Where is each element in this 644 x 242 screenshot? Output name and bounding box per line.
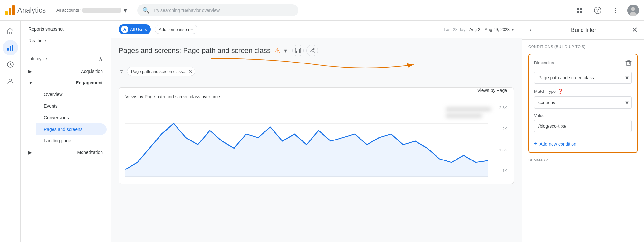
svg-point-7 (615, 10, 616, 11)
nav-actions: ? (573, 4, 639, 17)
title-dropdown-icon[interactable]: ▾ (284, 47, 287, 54)
views-by-page-label: Views by Page (477, 88, 507, 93)
value-label: Value (534, 113, 632, 118)
chart-title: Views by Page path and screen class over… (125, 94, 220, 99)
engagement-subsection-header[interactable]: ▼ Engagement (26, 77, 111, 89)
search-bar[interactable]: 🔍 Try searching "Behavior overview" (137, 4, 298, 16)
right-panel-nav: ← (528, 26, 535, 34)
right-panel-title: Build filter (571, 27, 596, 34)
match-type-help-icon[interactable]: ❓ (557, 88, 563, 94)
dimension-row: Dimension Page path and screen class (534, 60, 632, 84)
sidebar-item-pages-screens[interactable]: Pages and screens (36, 123, 107, 135)
more-options-btn[interactable] (609, 4, 622, 17)
monetization-text: Monetization (77, 150, 103, 155)
icon-sidebar (0, 21, 21, 242)
svg-rect-0 (577, 8, 579, 10)
chart-y-labels: 2.5K 2K 1.5K 1K (491, 106, 507, 177)
content-body: Pages and screens: Page path and screen … (111, 38, 522, 242)
filter-icon (119, 68, 124, 75)
sidebar-realtime-btn[interactable] (3, 57, 18, 72)
filter-chip-close-icon[interactable]: ✕ (188, 68, 192, 74)
value-input[interactable] (534, 120, 632, 132)
acquisition-label: ▶ (28, 69, 32, 74)
right-panel: ← Build filter ✕ CONDITIONS (BUILD UP TO… (522, 21, 644, 242)
realtime-label: Realtime (28, 38, 46, 43)
match-type-select[interactable]: contains exactly matches begins with end… (534, 96, 632, 109)
right-panel-back-icon[interactable]: ← (528, 26, 535, 34)
svg-line-24 (311, 49, 313, 50)
acquisition-subsection-header[interactable]: ▶ Acquisition (26, 65, 111, 77)
sidebar-item-overview[interactable]: Overview (36, 89, 111, 100)
right-panel-close-icon[interactable]: ✕ (632, 26, 638, 34)
add-comparison-btn[interactable]: Add comparison + (155, 25, 197, 34)
dimension-label: Dimension (534, 60, 554, 65)
share-icon-btn[interactable] (306, 45, 318, 56)
svg-rect-3 (580, 11, 582, 13)
lifecycle-section-header[interactable]: Life cycle ∧ (21, 52, 111, 65)
svg-rect-13 (10, 46, 11, 51)
svg-rect-18 (296, 51, 297, 53)
grid-icon-btn[interactable] (573, 4, 586, 17)
svg-point-16 (9, 79, 12, 82)
sidebar-audience-btn[interactable] (3, 73, 18, 89)
svg-text:?: ? (596, 8, 599, 13)
sidebar-item-realtime[interactable]: Realtime (21, 35, 111, 46)
svg-point-8 (615, 12, 616, 13)
add-condition-plus-icon: + (534, 140, 538, 147)
search-icon: 🔍 (142, 7, 149, 14)
chart-svg (125, 106, 488, 177)
match-type-row: Match Type ❓ contains exactly matches be… (534, 88, 632, 109)
all-users-pill[interactable]: A All Users (119, 24, 151, 34)
condition-box: Dimension Page path and screen class (528, 54, 638, 153)
sidebar-reports-btn[interactable] (3, 40, 18, 55)
account-name-blurred (82, 8, 121, 13)
svg-point-21 (313, 48, 314, 50)
summary-label: SUMMARY (528, 158, 638, 162)
right-panel-body: CONDITIONS (BUILD UP TO 5) Dimension (522, 40, 644, 242)
content-header: A All Users Add comparison + Last 28 day… (111, 21, 522, 38)
help-icon-btn[interactable]: ? (591, 4, 604, 17)
user-avatar[interactable] (627, 5, 639, 16)
match-type-text: Match Type (534, 89, 556, 94)
sidebar-item-landing-page[interactable]: Landing page (36, 135, 111, 147)
logo-bar-3 (12, 5, 15, 15)
landing-page-label: Landing page (44, 138, 71, 143)
value-row: Value (534, 113, 632, 132)
logo-bar-2 (9, 8, 11, 15)
pages-screens-label: Pages and screens (44, 127, 82, 132)
events-label: Events (44, 103, 58, 109)
dimension-select-wrapper: Page path and screen class Page title Sc… (534, 72, 632, 84)
chart-icon-btn[interactable] (292, 45, 304, 56)
add-new-condition-btn[interactable]: + Add new condition (534, 137, 632, 147)
svg-point-23 (313, 52, 314, 53)
svg-rect-32 (626, 61, 631, 65)
sidebar-item-reports-snapshot[interactable]: Reports snapshot (21, 23, 111, 35)
dimension-select[interactable]: Page path and screen class Page title Sc… (534, 72, 632, 84)
page-title: Pages and screens: Page path and screen … (119, 46, 271, 55)
match-type-select-wrapper: contains exactly matches begins with end… (534, 96, 632, 109)
logo-area: Analytics (5, 5, 46, 15)
y-label-2000: 2K (502, 127, 507, 131)
sidebar-home-btn[interactable] (3, 23, 18, 39)
warning-triangle-icon: ⚠ (274, 47, 280, 54)
match-type-label: Match Type ❓ (534, 88, 632, 94)
sidebar-item-events[interactable]: Events (36, 100, 111, 112)
svg-rect-12 (7, 48, 9, 51)
date-range-chevron-icon: ▾ (512, 27, 514, 32)
filter-chip-page-path[interactable]: Page path and screen class... ✕ (127, 67, 195, 76)
engagement-sub-items: Overview Events Conversions Pages and sc… (26, 89, 111, 147)
condition-top-row: Dimension (534, 60, 632, 68)
engagement-text: Engagement (76, 80, 103, 85)
delete-condition-icon[interactable] (625, 60, 632, 68)
date-range-selector[interactable]: Last 28 days Aug 2 – Aug 29, 2023 ▾ (444, 27, 514, 32)
account-dropdown-icon[interactable]: ▾ (124, 6, 127, 14)
add-condition-label: Add new condition (540, 141, 576, 147)
title-actions (292, 45, 318, 56)
chart-section: Views by Page path and screen class over… (119, 87, 514, 184)
all-users-avatar: A (121, 26, 128, 33)
monetization-subsection-header[interactable]: ▶ Monetization (26, 147, 111, 158)
account-selector[interactable]: All accounts › ▾ (56, 6, 127, 14)
content-area: A All Users Add comparison + Last 28 day… (111, 21, 522, 242)
nav-sidebar: Reports snapshot Realtime Life cycle ∧ ▶… (21, 21, 111, 242)
sidebar-item-conversions[interactable]: Conversions (36, 112, 111, 123)
